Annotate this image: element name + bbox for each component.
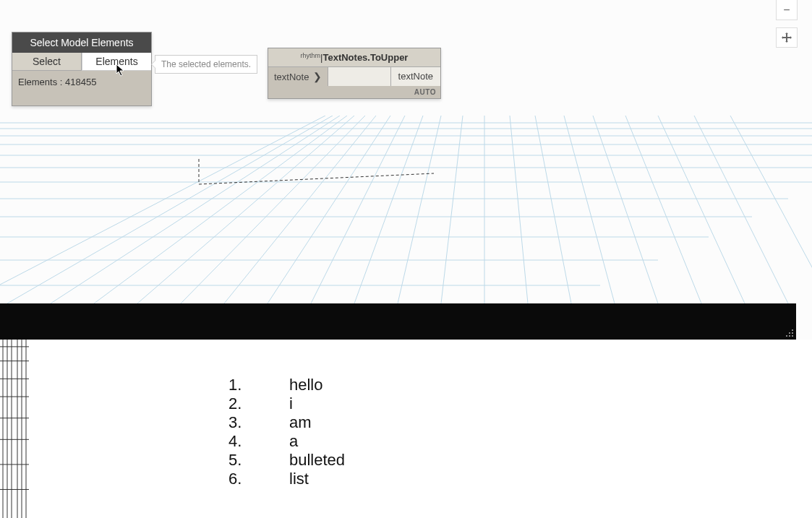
selection-status: Elements : 418455	[12, 71, 151, 105]
svg-line-15	[94, 116, 347, 303]
zoom-out-button[interactable]: −	[776, 0, 798, 20]
svg-line-12	[0, 116, 325, 303]
list-item: 4. a	[228, 432, 345, 451]
output-port-elements[interactable]: Elements	[82, 53, 151, 71]
svg-line-26	[535, 116, 571, 303]
port-tooltip: The selected elements.	[155, 55, 257, 74]
svg-line-30	[658, 116, 745, 303]
svg-rect-36	[789, 332, 790, 334]
dynamo-canvas[interactable]: Select Model Elements Select Elements El…	[0, 0, 812, 340]
revit-view[interactable]: 1. hello 2. i 3. am 4. a 5. bulleted 6. …	[0, 340, 812, 518]
lacing-label[interactable]: AUTO	[268, 86, 440, 98]
svg-line-27	[564, 116, 615, 303]
svg-line-25	[510, 116, 528, 303]
svg-line-29	[625, 116, 701, 303]
svg-line-19	[268, 116, 390, 303]
svg-line-17	[181, 116, 365, 303]
svg-line-32	[730, 116, 812, 303]
text-note-list[interactable]: 1. hello 2. i 3. am 4. a 5. bulleted 6. …	[228, 376, 345, 488]
node-body-spacer	[328, 67, 390, 86]
svg-line-20	[311, 116, 405, 303]
list-item: 1. hello	[228, 376, 345, 394]
input-port-textnote[interactable]: textNote ❯	[268, 67, 328, 86]
background-3d-grid	[0, 116, 812, 303]
svg-line-28	[593, 116, 658, 303]
svg-line-14	[51, 116, 340, 303]
svg-rect-38	[786, 335, 787, 337]
chevron-right-icon: ❯	[313, 71, 322, 82]
resize-grip-icon[interactable]	[785, 328, 795, 338]
svg-line-31	[694, 116, 788, 303]
list-item: 6. list	[228, 470, 345, 488]
panel-divider-bar	[0, 303, 796, 340]
node-select-model-elements[interactable]: Select Model Elements Select Elements El…	[12, 32, 152, 106]
fit-view-button[interactable]	[776, 27, 798, 48]
svg-line-22	[398, 116, 441, 303]
svg-line-18	[224, 116, 376, 303]
svg-rect-37	[792, 332, 793, 334]
svg-rect-35	[792, 329, 793, 331]
node-title: Select Model Elements	[12, 33, 151, 53]
node-textnotes-toupper[interactable]: rhythm|TextNotes.ToUpper textNote ❯ text…	[268, 48, 441, 99]
list-item: 3. am	[228, 413, 345, 432]
svg-rect-40	[792, 335, 793, 337]
list-item: 5. bulleted	[228, 451, 345, 470]
svg-line-21	[354, 116, 423, 303]
column-grid-lines	[0, 340, 29, 518]
svg-rect-39	[789, 335, 790, 337]
output-port-textnote[interactable]: textNote	[390, 67, 440, 86]
pan-icon	[781, 32, 792, 43]
select-button[interactable]: Select	[12, 53, 82, 71]
list-item: 2. i	[228, 394, 345, 413]
node-package-prefix: rhythm	[301, 52, 321, 59]
node-title: rhythm|TextNotes.ToUpper	[268, 48, 440, 67]
svg-line-23	[441, 116, 463, 303]
